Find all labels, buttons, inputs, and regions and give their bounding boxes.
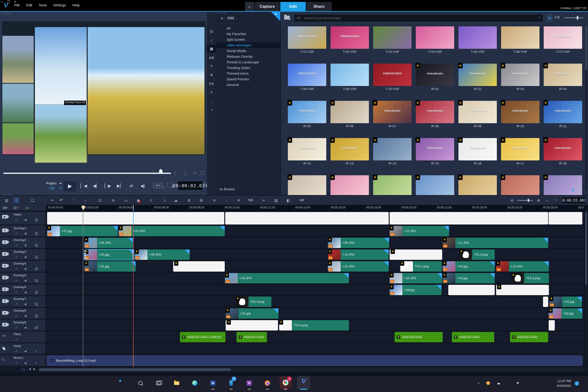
track-type-icon[interactable]: 7 <box>2 299 8 303</box>
template-thumbnail[interactable]: VIDEOSTUDIOT-10.VSP <box>373 64 412 86</box>
transitions-icon[interactable]: AB <box>207 54 216 62</box>
split-scissors-icon[interactable]: ✂ <box>193 170 197 176</box>
titles-icon[interactable]: T <box>207 62 216 70</box>
insert-track-icon[interactable]: ＋⊔ <box>20 367 25 372</box>
transparency-icon[interactable] <box>35 232 38 235</box>
template-thumbnail[interactable]: VideoStudio★IP-09 <box>458 101 497 123</box>
track-header-overlay9[interactable]: 9Overlay9∞ <box>0 320 46 331</box>
download-icon[interactable]: ↓ <box>207 97 216 105</box>
category-webcam-overlay[interactable]: Webcam Overlay <box>216 54 280 59</box>
media-clip[interactable]: ★FXI-02.jpg✓ <box>549 308 582 319</box>
subtitle-editor-icon[interactable]: ≣ <box>186 197 192 203</box>
template-thumbnail[interactable]: VideoStudio★IP-17 <box>501 138 540 160</box>
library-view-icon[interactable]: ▦ <box>572 188 574 192</box>
track-type-icon[interactable]: 8 <box>2 311 8 315</box>
audio-icon[interactable]: ♫ <box>207 36 216 44</box>
tab-edit[interactable]: Edit <box>280 2 306 11</box>
transparency-icon[interactable] <box>35 218 38 222</box>
pin-panel-corner[interactable]: ➤ <box>271 12 280 21</box>
template-thumbnail[interactable]: VideoStudio★IP-01 <box>416 64 454 86</box>
media-clip[interactable]: ★FXI-10.JPG✓ <box>390 273 442 284</box>
tab-share[interactable]: Share <box>306 2 332 11</box>
aspect-dropdown-icon[interactable]: ▼ <box>162 186 165 188</box>
template-thumbnail[interactable]: VideoStudio★IP-11 <box>544 101 582 123</box>
media-clip[interactable]: ★FXI-11.JPG✓ <box>390 226 449 236</box>
category-split-screen[interactable]: Split Screen <box>216 37 280 42</box>
title-clip[interactable]: TVIDEOSTUDIO <box>510 332 548 342</box>
template-thumbnail[interactable]: VIDEOSTUDIOT-01.VSP <box>288 26 326 49</box>
media-clip[interactable]: ★FXI-08.jpg✓ <box>390 285 442 295</box>
search-input[interactable] <box>304 14 531 22</box>
template-thumbnail[interactable]: ★IP-06 <box>330 101 369 123</box>
mark-out-icon[interactable]: ] <box>185 170 186 176</box>
placeholder-clip[interactable] <box>225 212 389 224</box>
track-type-icon[interactable]: 6 <box>2 288 8 291</box>
taskbar-task-view-icon[interactable] <box>153 378 164 388</box>
track-row-overlay9[interactable]: ★★T01-4.png <box>46 320 584 331</box>
speaker-icon[interactable] <box>24 256 28 258</box>
track-type-icon[interactable]: 1♪ <box>2 358 5 362</box>
track-row-overlay3[interactable]: ★FXI-02.jpg✓★FXI-09.JPG✓★FXI-13.JPG✓★★T0… <box>46 249 584 260</box>
template-thumbnail[interactable]: ★ <box>501 175 540 195</box>
fit-timeline-icon[interactable]: ↔ <box>544 197 550 203</box>
zoom-in-icon[interactable]: ⊕ <box>535 197 542 203</box>
category-video-montages[interactable]: Video Montages <box>216 42 280 48</box>
project-mode-label[interactable]: Project <box>46 182 56 185</box>
slider-thumb[interactable] <box>577 16 578 20</box>
track-row-overlay2[interactable]: ★FXI-05.JPG✓★FXI-09.JPG✓★FXI-12.JPG✓ <box>46 237 584 248</box>
collapse-chevron-icon[interactable]: ∨ <box>35 361 37 364</box>
panel-drag-handle[interactable]: ▪▪▪▪▪▪▪ <box>2 194 12 195</box>
transparency-icon[interactable] <box>35 279 38 282</box>
link-icon[interactable]: ∞ <box>14 326 18 330</box>
taskbar-word-icon[interactable]: W <box>208 378 218 388</box>
minimize-button[interactable]: — <box>0 0 3 4</box>
audio-tools-icon[interactable]: ♬ <box>148 197 155 203</box>
playhead-line[interactable] <box>83 210 83 367</box>
filters-icon[interactable]: FX <box>207 80 216 88</box>
media-clip[interactable]: ★T01-1.png <box>400 261 442 272</box>
template-thumbnail[interactable]: ★ <box>458 175 497 195</box>
placeholder-clip[interactable]: ★ <box>496 285 549 295</box>
link-icon[interactable]: ∞ <box>14 267 18 271</box>
media-clip[interactable]: ★FXI-01.jpg✓ <box>443 273 495 284</box>
track-header-overlay5[interactable]: 5Overlay5∞ <box>0 272 46 284</box>
storyboard-view-icon[interactable]: ▥ <box>3 197 10 203</box>
home-tab[interactable]: ⌂ <box>245 2 254 11</box>
template-thumbnail[interactable]: T-06.VSP <box>501 26 540 49</box>
onedrive-cloud-icon[interactable]: ☁ <box>496 381 500 385</box>
track-row-overlay4[interactable]: ★FXI-01.jpg✓★★FXI-10.JPG✓★T01-1.png★FXI-… <box>46 261 584 272</box>
track-header-overlay8[interactable]: 8Overlay8∞ <box>0 308 46 319</box>
media-clip[interactable]: ★FXI-09.JPG✓ <box>328 238 389 248</box>
template-thumbnail[interactable]: ★ <box>544 175 582 195</box>
media-clip[interactable]: ★FXI-10.JPG✓ <box>328 261 389 272</box>
track-type-icon[interactable]: 4 <box>2 264 8 268</box>
weather-icon[interactable] <box>486 381 490 385</box>
track-row-video[interactable] <box>46 212 584 225</box>
taskbar-start-icon[interactable] <box>117 378 128 388</box>
speaker-icon[interactable] <box>24 291 28 294</box>
taskbar-edge-icon[interactable] <box>190 378 200 388</box>
template-thumbnail[interactable]: ★ <box>416 175 454 195</box>
project-duration[interactable]: 0:00:55.001 <box>562 198 586 203</box>
preview-seekbar[interactable] <box>3 173 171 174</box>
zoom-out-icon[interactable]: ⊖ <box>509 197 516 203</box>
category-social-media[interactable]: Social Media <box>216 48 280 54</box>
undo-icon[interactable]: ↶ <box>58 197 64 203</box>
scroll-left-icon[interactable]: ◀ <box>29 368 30 370</box>
timecode-spinner[interactable]: ▲▼ <box>204 182 206 186</box>
track-row-voice[interactable] <box>46 343 584 354</box>
media-clip[interactable]: ★FXI-02.jpg✓ <box>443 261 495 272</box>
template-thumbnail[interactable]: VideoStudio★IP-03 <box>501 64 540 86</box>
volume-icon[interactable]: ◀) <box>140 183 145 188</box>
link-icon[interactable]: ∞ <box>14 218 18 222</box>
template-thumbnail[interactable]: VideoStudio★IP-10 <box>501 101 540 123</box>
repeat-icon[interactable]: ⇄ <box>130 183 133 188</box>
media-clip[interactable]: ★T01-3.png <box>512 273 549 284</box>
link-icon[interactable]: ∞ <box>14 349 18 353</box>
prev-frame-icon[interactable]: ◀▏ <box>93 183 100 188</box>
title-clip[interactable]: TVIDEOSTUDIO <box>236 332 267 342</box>
track-type-icon[interactable]: 3 <box>2 252 8 256</box>
template-thumbnail[interactable]: VideoStudio★IP-02 <box>458 64 497 86</box>
browse-button[interactable]: 🗁 Browse <box>220 187 235 191</box>
overlay-objects-icon[interactable]: ❀ <box>207 71 216 79</box>
